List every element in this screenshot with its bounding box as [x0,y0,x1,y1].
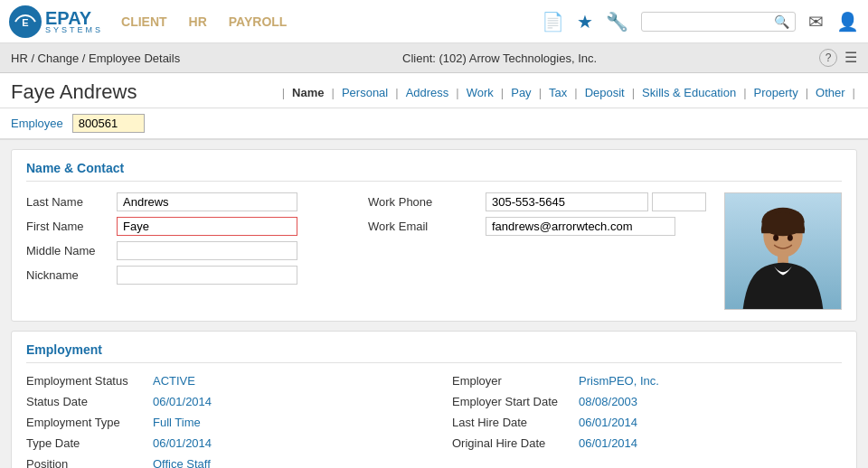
svg-text:E: E [22,17,28,28]
top-nav: E EPAY SYSTEMS CLIENT HR PAYROLL 📄 ★ 🔧 🔍… [0,0,868,43]
work-email-label: Work Email [368,220,486,233]
search-input[interactable] [647,14,774,28]
main-content: Name & Contact Last Name First Name Midd… [0,140,868,468]
nickname-input[interactable] [117,266,297,285]
employer-value: PrismPEO, Inc. [579,374,659,388]
status-value: ACTIVE [153,374,195,388]
first-name-label: First Name [26,220,117,233]
tab-skills-education[interactable]: Skills & Education [637,84,741,101]
employment-title: Employment [26,342,842,363]
logo: E EPAY SYSTEMS [9,5,103,38]
tab-address[interactable]: Address [401,84,455,101]
employer-start-row: Employer Start Date 08/08/2003 [452,395,842,408]
last-name-input[interactable] [117,192,297,211]
logo-icon: E [9,5,42,38]
tools-icon[interactable]: 🔧 [606,11,628,33]
breadcrumb-actions: ? ☰ [819,49,857,67]
breadcrumb-bar: HR / Change / Employee Details Client: (… [0,43,868,73]
client-info: Client: (102) Arrow Technologies, Inc. [402,51,597,65]
name-contact-layout: Last Name First Name Middle Name Nicknam… [26,192,842,310]
original-hire-label: Original Hire Date [452,436,579,450]
tab-nav: | Name | Personal | Address | Work | Pay… [280,84,857,101]
work-email-row: Work Email [368,217,706,236]
search-box: 🔍 [641,12,796,32]
last-hire-row: Last Hire Date 06/01/2014 [452,416,842,429]
first-name-input[interactable] [117,217,297,236]
work-email-input[interactable] [486,217,675,236]
nickname-label: Nickname [26,268,117,282]
status-date-value: 06/01/2014 [153,395,212,408]
type-date-label: Type Date [26,436,153,450]
svg-point-8 [788,235,793,241]
nav-hr[interactable]: HR [189,11,207,33]
original-hire-row: Original Hire Date 06/01/2014 [452,436,842,450]
original-hire-value: 06/01/2014 [579,436,637,450]
star-icon[interactable]: ★ [577,11,593,33]
employment-layout: Employment Status ACTIVE Status Date 06/… [26,374,842,468]
employee-id-input[interactable] [72,114,145,133]
first-name-row: First Name [26,217,350,236]
search-button[interactable]: 🔍 [774,14,789,29]
type-date-row: Type Date 06/01/2014 [26,436,416,450]
nav-payroll[interactable]: PAYROLL [229,11,288,33]
employment-right-col: Employer PrismPEO, Inc. Employer Start D… [452,374,842,468]
svg-point-7 [773,235,778,241]
user-icon[interactable]: 👤 [836,11,859,33]
work-phone-input[interactable] [486,192,648,211]
breadcrumb: HR / Change / Employee Details [11,51,180,65]
menu-icon[interactable]: ☰ [844,49,857,67]
last-name-label: Last Name [26,195,117,209]
emp-type-value: Full Time [153,416,201,429]
employee-full-name: Faye Andrews [11,80,137,104]
tab-personal[interactable]: Personal [336,84,393,101]
last-name-row: Last Name [26,192,350,211]
nav-icons: 📄 ★ 🔧 🔍 ✉ 👤 [542,11,859,33]
employer-start-value: 08/08/2003 [579,395,637,408]
position-value: Office Staff [153,457,211,468]
employment-left-col: Employment Status ACTIVE Status Date 06/… [26,374,416,468]
tab-tax[interactable]: Tax [543,84,572,101]
last-hire-value: 06/01/2014 [579,416,637,429]
middle-name-label: Middle Name [26,244,117,257]
position-row: Position Office Staff [26,457,416,468]
employee-id-row: Employee [0,108,868,140]
logo-text: EPAY SYSTEMS [45,8,103,34]
name-contact-section: Name & Contact Last Name First Name Midd… [11,149,857,322]
employer-row: Employer PrismPEO, Inc. [452,374,842,388]
middle-name-input[interactable] [117,241,297,260]
employee-header: Faye Andrews | Name | Personal | Address… [0,73,868,108]
tab-property[interactable]: Property [749,84,804,101]
emp-type-label: Employment Type [26,416,153,429]
help-icon[interactable]: ? [819,49,837,67]
emp-type-row: Employment Type Full Time [26,416,416,429]
name-fields: Last Name First Name Middle Name Nicknam… [26,192,350,310]
type-date-value: 06/01/2014 [153,436,212,450]
mail-icon[interactable]: ✉ [808,11,824,33]
position-label: Position [26,457,153,468]
employee-id-label[interactable]: Employee [11,117,63,130]
employment-section: Employment Employment Status ACTIVE Stat… [11,331,857,468]
employer-start-label: Employer Start Date [452,395,579,408]
last-hire-label: Last Hire Date [452,416,579,429]
tab-deposit[interactable]: Deposit [580,84,630,101]
contact-fields: Work Phone Work Email [368,192,706,310]
tab-other[interactable]: Other [810,84,851,101]
nickname-row: Nickname [26,266,350,285]
nav-links: CLIENT HR PAYROLL [121,11,542,33]
middle-name-row: Middle Name [26,241,350,260]
work-phone-row: Work Phone [368,192,706,211]
work-phone-label: Work Phone [368,195,486,209]
employer-label: Employer [452,374,579,388]
status-row: Employment Status ACTIVE [26,374,416,388]
status-date-row: Status Date 06/01/2014 [26,395,416,408]
tab-name[interactable]: Name [287,84,329,101]
work-phone-ext-input[interactable] [652,192,706,211]
status-label: Employment Status [26,374,153,388]
nav-client[interactable]: CLIENT [121,11,167,33]
document-icon[interactable]: 📄 [542,11,564,33]
tab-pay[interactable]: Pay [505,84,536,101]
status-date-label: Status Date [26,395,153,408]
tab-work[interactable]: Work [461,84,499,101]
employee-photo [724,192,842,310]
name-contact-title: Name & Contact [26,161,842,182]
